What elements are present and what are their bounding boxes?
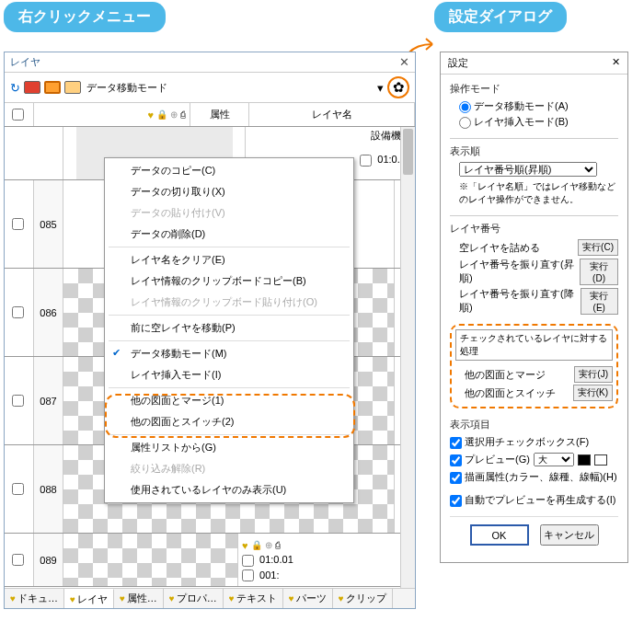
order-select[interactable]: レイヤ番号順(昇順) — [459, 162, 597, 177]
menu-insert-mode[interactable]: レイヤ挿入モード(I) — [105, 364, 353, 385]
settings-dialog: 設定 ✕ 操作モード データ移動モード(A) レイヤ挿入モード(B) 表示順 レ… — [440, 52, 628, 563]
group-order: 表示順 — [450, 144, 618, 158]
row-number: 089 — [34, 534, 63, 586]
row-checkbox[interactable] — [12, 218, 24, 230]
dialog-title: 設定 — [448, 56, 468, 70]
tab-icon: ♥ — [169, 593, 175, 604]
row-checkbox[interactable] — [360, 155, 372, 167]
swatch-white-icon[interactable] — [594, 454, 607, 466]
radio-insert-mode[interactable]: レイヤ挿入モード(B) — [459, 115, 618, 129]
attr-header[interactable]: 属性 — [190, 103, 249, 126]
tab-clip[interactable]: ♥クリップ — [333, 589, 393, 608]
bulb-icon[interactable]: ♥ — [147, 109, 154, 121]
callout-settings-dialog: 設定ダイアログ — [434, 2, 567, 32]
table-row[interactable]: 089 ♥🔒⊕⎙ 01:0.01 001: — [5, 534, 415, 587]
chk-selection-box[interactable]: 選択用チェックボックス(F) — [450, 435, 618, 449]
menu-switch[interactable]: 他の図面とスイッチ(2) — [105, 411, 353, 432]
row-number: 088 — [34, 445, 63, 533]
tab-icon: ♥ — [120, 593, 125, 604]
monitor-red-icon[interactable] — [24, 81, 40, 94]
row-checkbox[interactable] — [242, 569, 254, 581]
ok-button[interactable]: OK — [470, 524, 529, 546]
monitor-yellow-icon[interactable] — [64, 81, 81, 94]
menu-merge[interactable]: 他の図面とマージ(1) — [105, 390, 353, 411]
exec-k-button[interactable]: 実行(K) — [573, 385, 613, 401]
gear-highlight: ✿ — [387, 76, 409, 98]
menu-paste: データの貼り付け(V) — [105, 202, 353, 224]
exec-j-button[interactable]: 実行(J) — [574, 366, 613, 383]
preview-size-select[interactable]: 大 — [534, 453, 574, 466]
tab-property[interactable]: ♥プロパ… — [164, 589, 224, 608]
filter-icon[interactable]: ▾ — [377, 81, 384, 95]
tab-icon: ♥ — [339, 593, 344, 604]
row-checkbox[interactable] — [12, 554, 24, 566]
toolbar: ↻ データ移動モード ▾ ✿ — [5, 73, 415, 103]
radio-move-mode[interactable]: データ移動モード(A) — [459, 99, 618, 113]
lock-icon[interactable]: 🔒 — [156, 109, 167, 120]
tab-attribute[interactable]: ♥属性… — [114, 589, 164, 608]
menu-move-empty[interactable]: 前に空レイヤを移動(P) — [105, 317, 353, 339]
cancel-button[interactable]: キャンセル — [540, 524, 599, 546]
row-number: 086 — [34, 269, 63, 356]
context-menu: データのコピー(C) データの切り取り(X) データの貼り付け(V) データの削… — [104, 157, 354, 503]
check-icon: ✔ — [112, 347, 121, 359]
scrollbar-thumb[interactable] — [403, 129, 413, 175]
row-checkbox[interactable] — [12, 395, 24, 407]
refresh-icon[interactable]: ↻ — [10, 81, 20, 95]
name-header[interactable]: レイヤ名 — [249, 103, 415, 126]
select-all-checkbox[interactable] — [12, 109, 24, 121]
row-checkbox[interactable] — [12, 306, 24, 318]
menu-unfilter: 絞り込み解除(R) — [105, 458, 353, 479]
printer-icon[interactable]: ⎙ — [180, 109, 186, 120]
menu-used-only[interactable]: 使用されているレイヤのみ表示(U) — [105, 479, 353, 500]
tab-icon: ♥ — [70, 594, 75, 604]
swatch-black-icon[interactable] — [578, 454, 591, 466]
group-layerno: レイヤ番号 — [450, 222, 618, 236]
menu-attr-list[interactable]: 属性リストから(G) — [105, 437, 353, 458]
chk-draw-attr[interactable]: 描画属性(カラー、線種、線幅)(H) — [450, 470, 618, 484]
globe-icon[interactable]: ⊕ — [170, 109, 178, 120]
row-checkbox[interactable] — [12, 483, 24, 495]
panel-title: レイヤ — [10, 55, 40, 69]
bottom-tabs: ♥ドキュ… ♥レイヤ ♥属性… ♥プロパ… ♥テキスト ♥パーツ ♥クリップ — [5, 588, 415, 608]
menu-clip-paste: レイヤ情報のクリップボード貼り付け(O) — [105, 292, 353, 313]
row-number: 085 — [34, 180, 63, 268]
exec-c-button[interactable]: 実行(C) — [578, 239, 618, 256]
menu-clear-name[interactable]: レイヤ名をクリア(E) — [105, 249, 353, 270]
menu-cut[interactable]: データの切り取り(X) — [105, 181, 353, 202]
group-checked: チェックされているレイヤに対する処理 — [455, 329, 613, 361]
close-icon[interactable]: ✕ — [612, 56, 620, 70]
tab-document[interactable]: ♥ドキュ… — [5, 589, 64, 608]
tab-icon: ♥ — [229, 593, 235, 604]
gear-icon[interactable]: ✿ — [393, 79, 405, 96]
chk-auto-regen[interactable]: 自動でプレビューを再生成する(I) — [450, 494, 615, 505]
row-checkbox[interactable] — [242, 555, 254, 567]
group-display: 表示項目 — [450, 418, 618, 431]
dialog-titlebar: 設定 ✕ — [441, 52, 627, 75]
icon-header: ♥ 🔒 ⊕ ⎙ — [34, 103, 190, 126]
panel-titlebar: レイヤ ✕ — [5, 52, 415, 73]
tab-text[interactable]: ♥テキスト — [224, 589, 283, 608]
vertical-scrollbar[interactable]: ▾ — [400, 127, 415, 605]
menu-clip-copy[interactable]: レイヤ情報のクリップボードコピー(B) — [105, 270, 353, 292]
mode-label: データ移動モード — [86, 81, 167, 95]
callout-context-menu: 右クリックメニュー — [4, 2, 166, 32]
checked-layer-group-highlight: チェックされているレイヤに対する処理 他の図面とマージ実行(J) 他の図面とスイ… — [450, 324, 618, 408]
row-number: 087 — [34, 357, 63, 444]
exec-d-button[interactable]: 実行(D) — [580, 259, 618, 285]
layer-list: 設備機器 01:0.01 085 086 087 088 — [5, 127, 415, 605]
group-opmode: 操作モード — [450, 82, 618, 96]
monitor-orange-icon[interactable] — [44, 81, 61, 94]
layer-panel: レイヤ ✕ ↻ データ移動モード ▾ ✿ ♥ 🔒 ⊕ ⎙ 属性 レイヤ名 — [4, 52, 416, 609]
tab-layer[interactable]: ♥レイヤ — [64, 589, 114, 608]
order-note: ※「レイヤ名順」ではレイヤ移動などのレイヤ操作ができません。 — [459, 180, 618, 206]
tab-parts[interactable]: ♥パーツ — [283, 589, 333, 608]
menu-delete[interactable]: データの削除(D) — [105, 224, 353, 245]
tab-icon: ♥ — [10, 593, 16, 604]
menu-copy[interactable]: データのコピー(C) — [105, 160, 353, 181]
exec-e-button[interactable]: 実行(E) — [581, 288, 618, 315]
close-icon[interactable]: ✕ — [399, 55, 409, 69]
menu-move-mode[interactable]: ✔データ移動モード(M) — [105, 343, 353, 364]
chk-preview[interactable]: プレビュー(G) — [450, 453, 530, 466]
tab-icon: ♥ — [289, 593, 294, 604]
